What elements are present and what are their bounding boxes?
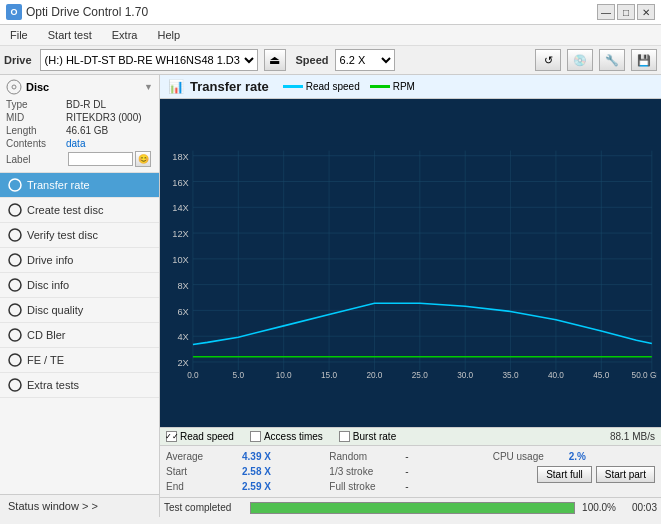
checkbox-burst-rate[interactable]: Burst rate: [339, 431, 396, 442]
burst-rate-checkbox[interactable]: [339, 431, 350, 442]
speed-select[interactable]: 6.2 X: [335, 49, 395, 71]
svg-rect-11: [162, 145, 657, 382]
menubar: File Start test Extra Help: [0, 25, 661, 46]
titlebar: O Opti Drive Control 1.70 — □ ✕: [0, 0, 661, 25]
svg-text:30.0: 30.0: [457, 371, 473, 380]
settings-button[interactable]: 🔧: [599, 49, 625, 71]
stat-average: Average 4.39 X: [166, 449, 328, 464]
svg-text:6X: 6X: [177, 307, 188, 317]
svg-text:20.0: 20.0: [366, 371, 382, 380]
svg-text:12X: 12X: [172, 229, 189, 239]
legend-color-rpm: [370, 85, 390, 88]
verify-test-icon: [8, 228, 22, 242]
disc-label-btn[interactable]: 😊: [135, 151, 151, 167]
progress-bar: [250, 502, 575, 514]
checkbox-access-times[interactable]: Access times: [250, 431, 323, 442]
svg-text:40.0: 40.0: [548, 371, 564, 380]
chart-legend: Read speed RPM: [283, 81, 415, 92]
minimize-button[interactable]: —: [597, 4, 615, 20]
legend-color-read: [283, 85, 303, 88]
transfer-rate-chart: 18X 16X 14X 12X 10X 8X 6X 4X 2X: [162, 103, 657, 425]
maximize-button[interactable]: □: [617, 4, 635, 20]
svg-text:10.0: 10.0: [276, 371, 292, 380]
svg-text:0.0: 0.0: [187, 371, 199, 380]
start-full-button[interactable]: Start full: [537, 466, 592, 483]
progress-fill: [251, 503, 574, 513]
stats-col-3: CPU usage 2.% Start full Start part: [493, 449, 655, 494]
svg-text:25.0: 25.0: [412, 371, 428, 380]
disc-label-input[interactable]: [68, 152, 133, 166]
burst-rate-value: 88.1 MB/s: [610, 431, 655, 442]
nav-create-test-disc[interactable]: Create test disc: [0, 198, 159, 223]
svg-text:4X: 4X: [177, 332, 188, 342]
stat-cpu: CPU usage 2.%: [493, 449, 655, 464]
nav-transfer-rate[interactable]: Transfer rate: [0, 173, 159, 198]
progress-percent: 100.0%: [581, 502, 616, 513]
nav-cd-bler[interactable]: CD Bler: [0, 323, 159, 348]
disc-contents-row: Contents data: [6, 137, 153, 150]
drive-info-icon: [8, 253, 22, 267]
checkbox-read-speed[interactable]: ✓ Read speed: [166, 431, 234, 442]
stat-random: Random -: [329, 449, 491, 464]
chart-icon: 📊: [168, 79, 184, 94]
menu-file[interactable]: File: [4, 27, 34, 43]
sidebar: Disc ▼ Type BD-R DL MID RITEKDR3 (000) L…: [0, 75, 160, 517]
extra-tests-icon: [8, 378, 22, 392]
nav-menu: Transfer rate Create test disc Verify te…: [0, 173, 159, 398]
nav-disc-info[interactable]: Disc info: [0, 273, 159, 298]
chart-header: 📊 Transfer rate Read speed RPM: [160, 75, 661, 99]
app-title: Opti Drive Control 1.70: [26, 5, 148, 19]
stat-end: End 2.59 X: [166, 479, 328, 494]
access-times-checkbox[interactable]: [250, 431, 261, 442]
nav-disc-quality[interactable]: Disc quality: [0, 298, 159, 323]
stats-col-2: Random - 1/3 stroke - Full stroke -: [329, 449, 491, 494]
svg-text:8X: 8X: [177, 281, 188, 291]
disc-quality-icon: [8, 303, 22, 317]
close-button[interactable]: ✕: [637, 4, 655, 20]
menu-help[interactable]: Help: [151, 27, 186, 43]
svg-text:16X: 16X: [172, 178, 189, 188]
eject-button[interactable]: ⏏: [264, 49, 286, 71]
stat-start: Start 2.58 X: [166, 464, 328, 479]
svg-text:15.0: 15.0: [321, 371, 337, 380]
svg-text:10X: 10X: [172, 255, 189, 265]
read-speed-checkbox[interactable]: ✓: [166, 431, 177, 442]
main-area: Disc ▼ Type BD-R DL MID RITEKDR3 (000) L…: [0, 75, 661, 517]
nav-drive-info[interactable]: Drive info: [0, 248, 159, 273]
start-part-button[interactable]: Start part: [596, 466, 655, 483]
svg-point-7: [9, 304, 21, 316]
stat-1-3-stroke: 1/3 stroke -: [329, 464, 491, 479]
svg-text:35.0: 35.0: [503, 371, 519, 380]
disc-label-row: Label 😊: [6, 150, 153, 168]
action-buttons: Start full Start part: [493, 466, 655, 485]
statusbar: Test completed 100.0% 00:03: [160, 497, 661, 517]
menu-extra[interactable]: Extra: [106, 27, 144, 43]
drive-select[interactable]: (H:) HL-DT-ST BD-RE WH16NS48 1.D3: [40, 49, 258, 71]
svg-text:50.0 GB: 50.0 GB: [632, 371, 657, 380]
svg-point-5: [9, 254, 21, 266]
svg-text:18X: 18X: [172, 152, 189, 162]
disc-expand-icon[interactable]: ▼: [144, 82, 153, 92]
disc-button[interactable]: 💿: [567, 49, 593, 71]
status-text: Test completed: [164, 502, 244, 513]
nav-extra-tests[interactable]: Extra tests: [0, 373, 159, 398]
disc-info-panel: Disc ▼ Type BD-R DL MID RITEKDR3 (000) L…: [0, 75, 159, 173]
menu-start-test[interactable]: Start test: [42, 27, 98, 43]
nav-fe-te[interactable]: FE / TE: [0, 348, 159, 373]
stats-checkboxes: ✓ Read speed Access times Burst rate 88.…: [160, 427, 661, 445]
status-window-button[interactable]: Status window > >: [0, 494, 159, 517]
nav-verify-test-disc[interactable]: Verify test disc: [0, 223, 159, 248]
legend-read-speed: Read speed: [283, 81, 360, 92]
fe-te-icon: [8, 353, 22, 367]
svg-text:2X: 2X: [177, 358, 188, 368]
save-button[interactable]: 💾: [631, 49, 657, 71]
svg-point-0: [7, 80, 21, 94]
chart-container: 18X 16X 14X 12X 10X 8X 6X 4X 2X: [160, 99, 661, 427]
app-icon: O: [6, 4, 22, 20]
svg-point-1: [12, 85, 16, 89]
svg-text:14X: 14X: [172, 203, 189, 213]
disc-info-icon: [8, 278, 22, 292]
speed-label: Speed: [296, 54, 329, 66]
stat-full-stroke: Full stroke -: [329, 479, 491, 494]
refresh-button[interactable]: ↺: [535, 49, 561, 71]
